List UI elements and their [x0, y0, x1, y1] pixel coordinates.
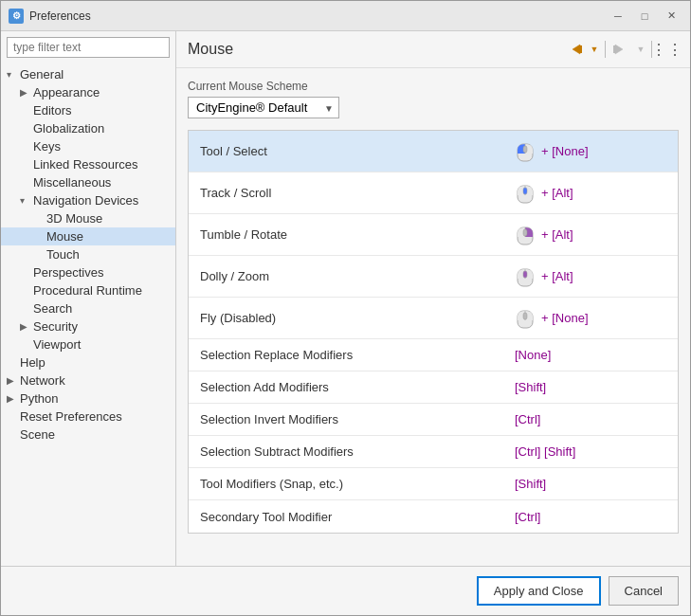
minimize-button[interactable]: ─: [607, 7, 629, 26]
sidebar-item-touch[interactable]: Touch: [1, 245, 175, 263]
binding-name: Fly (Disabled): [200, 311, 515, 325]
binding-name: Secondary Tool Modifier: [200, 510, 515, 524]
sidebar-item-globalization[interactable]: Globalization: [1, 119, 175, 137]
modifier-text: [Shift]: [515, 380, 546, 394]
sidebar-item-viewport[interactable]: Viewport: [1, 335, 175, 353]
svg-rect-12: [523, 229, 527, 236]
sidebar-item-python[interactable]: ▶Python: [1, 390, 175, 408]
binding-name: Tumble / Rotate: [200, 227, 515, 242]
sidebar-item-navigation-devices[interactable]: ▾Navigation Devices: [1, 191, 175, 209]
sidebar-item-reset-prefs[interactable]: Reset Preferences: [1, 408, 175, 426]
sidebar-label-python: Python: [20, 391, 172, 406]
sidebar-label-viewport: Viewport: [33, 337, 172, 352]
bottom-bar: Apply and Close Cancel: [1, 566, 690, 615]
table-row[interactable]: Fly (Disabled)+ [None]: [189, 298, 678, 339]
mouse-icon: [515, 303, 536, 333]
svg-rect-1: [580, 45, 582, 53]
sidebar-label-3d-mouse: 3D Mouse: [46, 211, 172, 226]
cancel-button[interactable]: Cancel: [609, 576, 679, 606]
sidebar-label-navigation-devices: Navigation Devices: [33, 193, 172, 208]
modifier-text: [Ctrl] [Shift]: [515, 444, 575, 459]
scheme-dropdown-wrapper: CityEngine® Default ▼: [188, 97, 339, 118]
svg-rect-15: [523, 271, 527, 278]
forward-button[interactable]: [609, 39, 632, 60]
binding-value: [Ctrl] [Shift]: [515, 444, 666, 459]
table-row[interactable]: Tool / Select+ [None]: [189, 131, 678, 172]
content-area: ▾General▶AppearanceEditorsGlobalizationK…: [1, 31, 690, 566]
sidebar-item-keys[interactable]: Keys: [1, 137, 175, 155]
binding-name: Selection Replace Modifiers: [200, 348, 515, 362]
close-button[interactable]: ✕: [660, 7, 682, 26]
sidebar-item-miscellaneous[interactable]: Miscellaneous: [1, 173, 175, 191]
filter-input[interactable]: [7, 37, 170, 58]
sidebar-item-linked-resources[interactable]: Linked Ressources: [1, 155, 175, 173]
sidebar-label-security: Security: [33, 319, 172, 334]
scheme-select[interactable]: CityEngine® Default: [188, 97, 339, 118]
binding-name: Selection Add Modifiers: [200, 380, 515, 394]
apply-close-button[interactable]: Apply and Close: [477, 576, 601, 606]
sidebar-item-mouse[interactable]: Mouse: [1, 227, 175, 245]
title-bar: ⚙ Preferences ─ □ ✕: [1, 1, 690, 31]
more-button[interactable]: ⋮⋮: [656, 39, 679, 60]
sidebar-item-procedural-runtime[interactable]: Procedural Runtime: [1, 281, 175, 299]
binding-value: + [Alt]: [515, 262, 666, 291]
binding-name: Tool / Select: [200, 144, 515, 158]
sidebar: ▾General▶AppearanceEditorsGlobalizationK…: [1, 31, 176, 566]
table-row[interactable]: Tumble / Rotate+ [Alt]: [189, 214, 678, 256]
binding-value: + [Alt]: [515, 178, 666, 208]
scheme-section: Current Mouse Scheme CityEngine® Default…: [188, 80, 679, 118]
sidebar-item-appearance[interactable]: ▶Appearance: [1, 83, 175, 101]
preferences-window: ⚙ Preferences ─ □ ✕ ▾General▶AppearanceE…: [0, 0, 691, 616]
sidebar-arrow-general: ▾: [7, 69, 20, 80]
sidebar-item-security[interactable]: ▶Security: [1, 317, 175, 335]
sidebar-label-globalization: Globalization: [33, 121, 172, 136]
mouse-icon-svg: [515, 262, 536, 288]
sidebar-item-perspectives[interactable]: Perspectives: [1, 263, 175, 281]
binding-value: [None]: [515, 348, 666, 362]
binding-value: + [None]: [515, 303, 666, 333]
sidebar-item-general[interactable]: ▾General: [1, 65, 175, 83]
binding-value: [Ctrl]: [515, 510, 666, 524]
binding-name: Selection Invert Modifiers: [200, 412, 515, 426]
modifier-text: [Ctrl]: [515, 510, 540, 524]
binding-name: Track / Scroll: [200, 186, 515, 200]
sidebar-label-mouse: Mouse: [46, 229, 172, 244]
dropdown-arrow-forward[interactable]: ▼: [634, 39, 647, 60]
table-row[interactable]: Dolly / Zoom+ [Alt]: [189, 256, 678, 298]
binding-name: Tool Modifiers (Snap, etc.): [200, 477, 515, 491]
sidebar-item-help[interactable]: Help: [1, 353, 175, 371]
modifier-text: [Shift]: [515, 477, 546, 491]
sidebar-label-search: Search: [33, 301, 172, 316]
svg-rect-3: [613, 45, 615, 53]
table-row[interactable]: Tool Modifiers (Snap, etc.)[Shift]: [189, 468, 678, 500]
table-row[interactable]: Secondary Tool Modifier[Ctrl]: [189, 500, 678, 533]
table-row[interactable]: Selection Invert Modifiers[Ctrl]: [189, 404, 678, 436]
sidebar-label-miscellaneous: Miscellaneous: [33, 175, 172, 190]
back-button[interactable]: [563, 39, 586, 60]
table-row[interactable]: Selection Subtract Modifiers[Ctrl] [Shif…: [189, 436, 678, 468]
panel-title: Mouse: [188, 41, 563, 58]
sidebar-item-3d-mouse[interactable]: 3D Mouse: [1, 209, 175, 227]
panel-toolbar: ▼ ▼ ⋮⋮: [563, 39, 679, 60]
sidebar-label-network: Network: [20, 373, 172, 388]
sidebar-arrow-navigation-devices: ▾: [20, 195, 33, 206]
sidebar-item-search[interactable]: Search: [1, 299, 175, 317]
mouse-icon-svg: [515, 220, 536, 246]
sidebar-item-network[interactable]: ▶Network: [1, 371, 175, 390]
table-row[interactable]: Selection Add Modifiers[Shift]: [189, 371, 678, 404]
sidebar-item-editors[interactable]: Editors: [1, 101, 175, 119]
mouse-icon-svg: [515, 178, 536, 205]
table-row[interactable]: Selection Replace Modifiers[None]: [189, 339, 678, 371]
binding-value: [Shift]: [515, 477, 666, 491]
sidebar-label-scene: Scene: [20, 427, 172, 442]
window-controls: ─ □ ✕: [607, 7, 682, 26]
back-icon: [567, 43, 582, 56]
mouse-icon: [515, 262, 536, 291]
mouse-icon-svg: [515, 136, 536, 163]
svg-rect-9: [523, 188, 527, 194]
maximize-button[interactable]: □: [633, 7, 656, 26]
sidebar-item-scene[interactable]: Scene: [1, 426, 175, 444]
dropdown-arrow-back[interactable]: ▼: [588, 39, 601, 60]
table-row[interactable]: Track / Scroll+ [Alt]: [189, 172, 678, 214]
sidebar-label-reset-prefs: Reset Preferences: [20, 409, 172, 424]
